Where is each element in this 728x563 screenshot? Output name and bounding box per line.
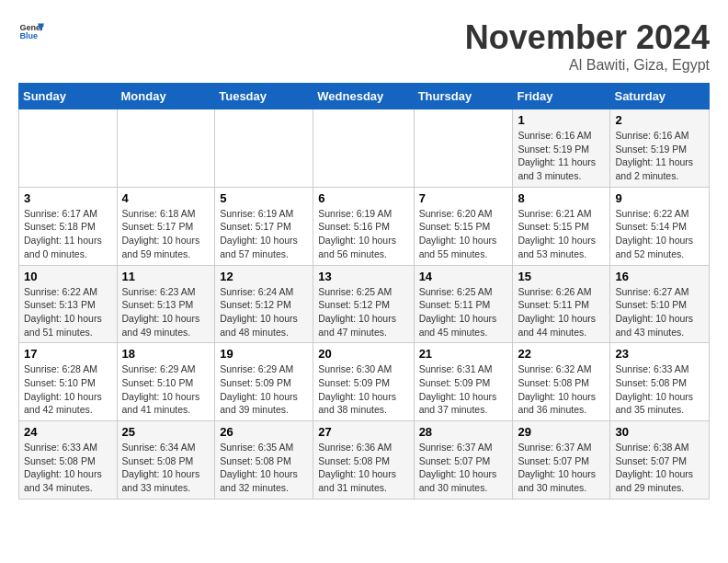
day-info: Sunrise: 6:24 AM Sunset: 5:12 PM Dayligh…: [220, 285, 308, 339]
calendar-week-row: 10Sunrise: 6:22 AM Sunset: 5:13 PM Dayli…: [19, 265, 710, 343]
day-info: Sunrise: 6:28 AM Sunset: 5:10 PM Dayligh…: [24, 362, 112, 417]
day-info: Sunrise: 6:31 AM Sunset: 5:09 PM Dayligh…: [419, 362, 508, 417]
day-info: Sunrise: 6:34 AM Sunset: 5:08 PM Dayligh…: [122, 441, 210, 495]
calendar-cell: 25Sunrise: 6:34 AM Sunset: 5:08 PM Dayli…: [117, 421, 215, 500]
calendar-table: SundayMondayTuesdayWednesdayThursdayFrid…: [18, 83, 710, 500]
calendar-cell: 24Sunrise: 6:33 AM Sunset: 5:08 PM Dayli…: [19, 421, 118, 500]
day-number: 15: [518, 270, 605, 283]
weekday-header: Monday: [117, 84, 215, 109]
day-number: 11: [122, 270, 210, 283]
day-number: 24: [24, 425, 112, 439]
day-number: 10: [24, 270, 112, 283]
day-info: Sunrise: 6:36 AM Sunset: 5:08 PM Dayligh…: [318, 441, 408, 495]
calendar-cell: [19, 109, 118, 188]
calendar-cell: 3Sunrise: 6:17 AM Sunset: 5:18 PM Daylig…: [19, 187, 118, 265]
calendar-cell: 1Sunrise: 6:16 AM Sunset: 5:19 PM Daylig…: [513, 109, 610, 188]
day-info: Sunrise: 6:27 AM Sunset: 5:10 PM Dayligh…: [615, 285, 704, 339]
day-info: Sunrise: 6:21 AM Sunset: 5:15 PM Dayligh…: [518, 207, 605, 261]
logo-icon: General Blue: [18, 18, 44, 44]
calendar-cell: 4Sunrise: 6:18 AM Sunset: 5:17 PM Daylig…: [117, 187, 215, 265]
location: Al Bawiti, Giza, Egypt: [465, 57, 710, 74]
calendar-cell: 21Sunrise: 6:31 AM Sunset: 5:09 PM Dayli…: [414, 343, 513, 421]
day-info: Sunrise: 6:37 AM Sunset: 5:07 PM Dayligh…: [518, 441, 605, 495]
calendar-cell: 7Sunrise: 6:20 AM Sunset: 5:15 PM Daylig…: [414, 187, 513, 265]
page-header: General Blue November 2024 Al Bawiti, Gi…: [18, 18, 710, 74]
day-info: Sunrise: 6:25 AM Sunset: 5:11 PM Dayligh…: [419, 285, 508, 339]
day-number: 12: [220, 270, 308, 283]
day-number: 4: [122, 191, 210, 205]
day-number: 3: [24, 191, 112, 205]
weekday-header-row: SundayMondayTuesdayWednesdayThursdayFrid…: [19, 84, 710, 109]
day-number: 9: [615, 191, 704, 205]
day-info: Sunrise: 6:29 AM Sunset: 5:09 PM Dayligh…: [220, 362, 308, 417]
weekday-header: Tuesday: [215, 84, 313, 109]
weekday-header: Saturday: [610, 84, 710, 109]
day-info: Sunrise: 6:35 AM Sunset: 5:08 PM Dayligh…: [220, 441, 308, 495]
calendar-cell: 20Sunrise: 6:30 AM Sunset: 5:09 PM Dayli…: [313, 343, 414, 421]
calendar-cell: 26Sunrise: 6:35 AM Sunset: 5:08 PM Dayli…: [215, 421, 313, 500]
calendar-cell: 27Sunrise: 6:36 AM Sunset: 5:08 PM Dayli…: [313, 421, 414, 500]
day-number: 28: [419, 425, 508, 439]
calendar-cell: 13Sunrise: 6:25 AM Sunset: 5:12 PM Dayli…: [313, 265, 414, 343]
day-number: 26: [220, 425, 308, 439]
calendar-cell: 11Sunrise: 6:23 AM Sunset: 5:13 PM Dayli…: [117, 265, 215, 343]
calendar-cell: 16Sunrise: 6:27 AM Sunset: 5:10 PM Dayli…: [610, 265, 710, 343]
day-info: Sunrise: 6:23 AM Sunset: 5:13 PM Dayligh…: [122, 285, 210, 339]
calendar-cell: 28Sunrise: 6:37 AM Sunset: 5:07 PM Dayli…: [414, 421, 513, 500]
calendar-cell: 17Sunrise: 6:28 AM Sunset: 5:10 PM Dayli…: [19, 343, 118, 421]
calendar-cell: 19Sunrise: 6:29 AM Sunset: 5:09 PM Dayli…: [215, 343, 313, 421]
calendar-cell: 29Sunrise: 6:37 AM Sunset: 5:07 PM Dayli…: [513, 421, 610, 500]
day-number: 29: [518, 425, 605, 439]
day-info: Sunrise: 6:19 AM Sunset: 5:17 PM Dayligh…: [220, 207, 308, 261]
day-number: 18: [122, 347, 210, 361]
weekday-header: Sunday: [19, 84, 118, 109]
calendar-cell: 10Sunrise: 6:22 AM Sunset: 5:13 PM Dayli…: [19, 265, 118, 343]
day-number: 22: [518, 347, 605, 361]
day-info: Sunrise: 6:33 AM Sunset: 5:08 PM Dayligh…: [24, 441, 112, 495]
day-number: 30: [615, 425, 704, 439]
calendar-cell: 22Sunrise: 6:32 AM Sunset: 5:08 PM Dayli…: [513, 343, 610, 421]
calendar-cell: 6Sunrise: 6:19 AM Sunset: 5:16 PM Daylig…: [313, 187, 414, 265]
weekday-header: Thursday: [414, 84, 513, 109]
weekday-header: Wednesday: [313, 84, 414, 109]
calendar-cell: [414, 109, 513, 188]
day-number: 14: [419, 270, 508, 283]
calendar-cell: 8Sunrise: 6:21 AM Sunset: 5:15 PM Daylig…: [513, 187, 610, 265]
day-info: Sunrise: 6:37 AM Sunset: 5:07 PM Dayligh…: [419, 441, 508, 495]
calendar-cell: 23Sunrise: 6:33 AM Sunset: 5:08 PM Dayli…: [610, 343, 710, 421]
calendar-cell: 30Sunrise: 6:38 AM Sunset: 5:07 PM Dayli…: [610, 421, 710, 500]
day-number: 6: [318, 191, 408, 205]
day-info: Sunrise: 6:26 AM Sunset: 5:11 PM Dayligh…: [518, 285, 605, 339]
day-number: 16: [615, 270, 704, 283]
day-info: Sunrise: 6:25 AM Sunset: 5:12 PM Dayligh…: [318, 285, 408, 339]
calendar-cell: [313, 109, 414, 188]
month-title: November 2024: [465, 18, 710, 57]
calendar-week-row: 1Sunrise: 6:16 AM Sunset: 5:19 PM Daylig…: [19, 109, 710, 188]
weekday-header: Friday: [513, 84, 610, 109]
day-number: 27: [318, 425, 408, 439]
day-info: Sunrise: 6:22 AM Sunset: 5:14 PM Dayligh…: [615, 207, 704, 261]
title-section: November 2024 Al Bawiti, Giza, Egypt: [465, 18, 710, 74]
day-number: 25: [122, 425, 210, 439]
day-info: Sunrise: 6:22 AM Sunset: 5:13 PM Dayligh…: [24, 285, 112, 339]
calendar-cell: 12Sunrise: 6:24 AM Sunset: 5:12 PM Dayli…: [215, 265, 313, 343]
day-info: Sunrise: 6:18 AM Sunset: 5:17 PM Dayligh…: [122, 207, 210, 261]
day-number: 1: [518, 113, 605, 127]
day-info: Sunrise: 6:17 AM Sunset: 5:18 PM Dayligh…: [24, 207, 112, 261]
day-info: Sunrise: 6:20 AM Sunset: 5:15 PM Dayligh…: [419, 207, 508, 261]
day-info: Sunrise: 6:29 AM Sunset: 5:10 PM Dayligh…: [122, 362, 210, 417]
day-number: 5: [220, 191, 308, 205]
day-number: 17: [24, 347, 112, 361]
day-number: 21: [419, 347, 508, 361]
day-info: Sunrise: 6:30 AM Sunset: 5:09 PM Dayligh…: [318, 362, 408, 417]
logo: General Blue: [18, 18, 44, 44]
day-info: Sunrise: 6:32 AM Sunset: 5:08 PM Dayligh…: [518, 362, 605, 417]
calendar-cell: 5Sunrise: 6:19 AM Sunset: 5:17 PM Daylig…: [215, 187, 313, 265]
calendar-cell: 15Sunrise: 6:26 AM Sunset: 5:11 PM Dayli…: [513, 265, 610, 343]
day-number: 2: [615, 113, 704, 127]
day-info: Sunrise: 6:38 AM Sunset: 5:07 PM Dayligh…: [615, 441, 704, 495]
day-number: 20: [318, 347, 408, 361]
calendar-cell: 18Sunrise: 6:29 AM Sunset: 5:10 PM Dayli…: [117, 343, 215, 421]
day-number: 8: [518, 191, 605, 205]
calendar-week-row: 17Sunrise: 6:28 AM Sunset: 5:10 PM Dayli…: [19, 343, 710, 421]
